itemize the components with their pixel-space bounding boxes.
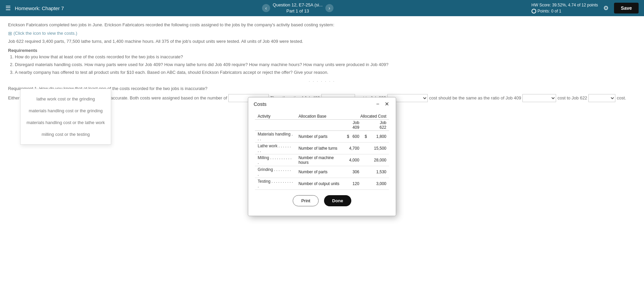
modal-footer: Print Done (255, 190, 389, 209)
col-job409: Job 409 (343, 120, 362, 131)
save-button[interactable]: Save (614, 3, 639, 13)
modal-title: Costs (254, 101, 266, 107)
title-chapter: Chapter 7 (42, 5, 64, 11)
job409-milling: 4,000 (343, 154, 362, 166)
question-label: Question 12, E7-25A (si... (273, 2, 323, 8)
hw-score-display: HW Score: 39.52%, 4.74 of 12 points Poin… (532, 2, 598, 14)
job622-grinding: 1,530 (369, 166, 389, 178)
done-button[interactable]: Done (324, 195, 351, 206)
job409-testing: 120 (343, 178, 362, 190)
job409-materials: $ 600 (343, 131, 362, 143)
activity-lathe: Lathe work . . . . . . . . (255, 143, 296, 154)
table-row: Testing . . . . . . . . . . . Number of … (255, 178, 389, 190)
base-grinding: Number of parts (296, 166, 343, 178)
table-row: Milling . . . . . . . . . . . Number of … (255, 154, 389, 166)
title-prefix: Homework: (15, 5, 42, 11)
table-row: Lathe work . . . . . . . . Number of lat… (255, 143, 389, 154)
modal-overlay: Costs − ✕ Activity Allocation Base Alloc… (0, 16, 644, 299)
spacer-grinding (362, 166, 370, 178)
part-label: Part 1 of 13 (273, 8, 323, 14)
spacer-lathe (362, 143, 370, 154)
col-allocated-cost: Allocated Cost (343, 113, 389, 120)
main-content: Erickson Fabricators completed two jobs … (0, 16, 644, 299)
job409-grinding: 306 (343, 166, 362, 178)
base-materials: Number of parts (296, 131, 343, 143)
points-label: Points: (538, 8, 550, 14)
spacer-milling (362, 154, 370, 166)
modal-minimize-button[interactable]: − (375, 101, 381, 107)
col-job622: Job 622 (369, 120, 389, 131)
modal-header: Costs − ✕ (248, 97, 396, 109)
costs-table: Activity Allocation Base Allocated Cost … (255, 113, 389, 190)
modal-body: Activity Allocation Base Allocated Cost … (248, 109, 396, 216)
header-left: ☰ Homework: Chapter 7 (5, 4, 64, 12)
job622-testing: 3,000 (369, 178, 389, 190)
spacer-testing (362, 178, 370, 190)
prev-question-button[interactable]: ‹ (262, 4, 270, 12)
print-button[interactable]: Print (293, 195, 319, 206)
activity-testing: Testing . . . . . . . . . . . (255, 178, 296, 190)
points-circle (532, 9, 536, 13)
col-activity: Activity (255, 113, 296, 120)
next-question-button[interactable]: › (325, 4, 333, 12)
hw-score-label: HW Score: (532, 3, 551, 7)
table-row: Materials handling . . . Number of parts… (255, 131, 389, 143)
base-testing: Number of output units (296, 178, 343, 190)
menu-icon[interactable]: ☰ (5, 4, 11, 12)
points-value: 0 of 1 (551, 8, 561, 14)
base-milling: Number of machine hours (296, 154, 343, 166)
modal-close-button[interactable]: ✕ (383, 101, 390, 107)
job622-milling: 28,000 (369, 154, 389, 166)
costs-modal: Costs − ✕ Activity Allocation Base Alloc… (248, 97, 396, 216)
header-right: HW Score: 39.52%, 4.74 of 12 points Poin… (532, 2, 639, 14)
modal-controls: − ✕ (375, 101, 390, 107)
activity-milling: Milling . . . . . . . . . . . (255, 154, 296, 166)
job622-lathe: 15,500 (369, 143, 389, 154)
base-lathe: Number of lathe turns (296, 143, 343, 154)
header-title: Homework: Chapter 7 (15, 5, 64, 11)
activity-materials: Materials handling . . . (255, 131, 296, 143)
app-header: ☰ Homework: Chapter 7 ‹ Question 12, E7-… (0, 0, 644, 16)
col-allocation-base: Allocation Base (296, 113, 343, 120)
spacer-materials: $ (362, 131, 370, 143)
settings-button[interactable]: ⚙ (603, 4, 609, 12)
job622-materials: 1,800 (369, 131, 389, 143)
hw-score-value: 39.52%, 4.74 of 12 points (552, 3, 598, 7)
costs-table-body: Materials handling . . . Number of parts… (255, 131, 389, 190)
activity-grinding: Grinding . . . . . . . . . (255, 166, 296, 178)
table-row: Grinding . . . . . . . . . Number of par… (255, 166, 389, 178)
job409-lathe: 4,700 (343, 143, 362, 154)
question-info: Question 12, E7-25A (si... Part 1 of 13 (273, 2, 323, 14)
header-center: ‹ Question 12, E7-25A (si... Part 1 of 1… (262, 2, 333, 14)
col-spacer (362, 120, 370, 131)
